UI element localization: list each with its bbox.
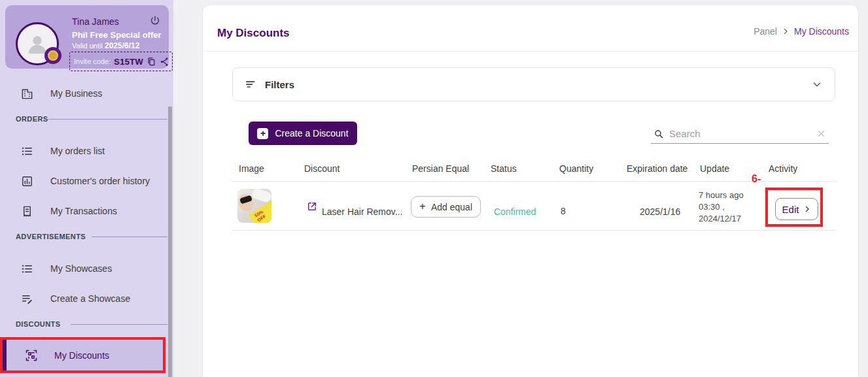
plus-icon: + <box>419 201 426 212</box>
sidebar-item-customers-order-history[interactable]: Customer's order history <box>0 171 167 191</box>
chevron-right-icon <box>803 205 811 213</box>
status-badge: Confirmed <box>494 206 536 217</box>
update-time: 03:30 , <box>699 201 744 213</box>
open-discount-icon[interactable] <box>306 201 318 212</box>
share-icon[interactable] <box>160 57 169 67</box>
filter-icon <box>245 78 257 91</box>
sidebar-item-my-discounts[interactable]: My Discounts <box>3 340 163 370</box>
quantity-value: 8 <box>561 206 566 216</box>
sidebar-item-my-showcases[interactable]: My Showcases <box>0 259 167 278</box>
transactions-icon <box>21 205 33 218</box>
chevron-right-icon <box>782 27 790 35</box>
discounts-icon <box>25 349 38 362</box>
discount-image[interactable]: 50% OFF <box>237 189 271 223</box>
add-equal-label: Add equal <box>431 202 472 212</box>
col-header-quantity: Quantity <box>559 157 593 181</box>
col-header-activity: Activity <box>769 157 797 181</box>
create-discount-button[interactable]: + Create a Discount <box>249 122 357 145</box>
sidebar-item-label: My orders list <box>50 146 105 156</box>
profile-valid-until: Valid until 2025/6/12 <box>72 41 139 50</box>
sidebar-item-create-a-showcase[interactable]: Create a Showcase <box>0 289 167 308</box>
breadcrumb: Panel My Discounts <box>754 26 849 37</box>
section-advertisements: ADVERTISEMENTS <box>16 233 86 240</box>
section-divider <box>92 237 167 237</box>
expiration-date-value: 2025/1/16 <box>640 206 680 217</box>
col-header-status: Status <box>491 157 517 181</box>
sidebar-item-label: My Transactions <box>50 206 117 216</box>
edit-label: Edit <box>782 204 799 215</box>
sidebar-item-label: My Business <box>50 88 102 99</box>
order-history-icon <box>21 175 33 188</box>
discount-title[interactable]: Laser Hair Remov... <box>322 206 402 217</box>
sidebar-scrollbar[interactable] <box>168 107 172 377</box>
update-date: 2024/12/17 <box>699 213 744 225</box>
annotation-step-label: 6- <box>752 173 761 185</box>
create-showcase-icon <box>21 293 33 305</box>
col-header-image: Image <box>239 157 264 181</box>
sidebar-item-label: Create a Showcase <box>50 293 130 304</box>
sidebar: Tina James Phil Free Special offer Valid… <box>0 0 173 377</box>
edit-button[interactable]: Edit <box>775 198 818 220</box>
search-field <box>651 124 829 144</box>
orders-list-icon <box>21 145 33 157</box>
invite-code-label: Invite code: <box>74 57 111 65</box>
main-panel: My Discounts Panel My Discounts Filters … <box>203 5 858 377</box>
logout-power-icon[interactable] <box>149 15 161 27</box>
invite-code-value: S15TW <box>114 57 143 67</box>
col-header-expiration: Expiration date <box>627 157 687 181</box>
invite-code-box: Invite code: S15TW <box>69 52 173 71</box>
section-divider <box>71 324 167 325</box>
section-discounts: DISCOUNTS <box>16 320 60 328</box>
showcases-icon <box>21 263 33 275</box>
valid-until-label: Valid until <box>72 42 103 50</box>
add-equal-button[interactable]: + Add equal <box>411 196 481 218</box>
business-icon <box>21 88 33 100</box>
sidebar-item-my-business[interactable]: My Business <box>0 84 167 103</box>
col-header-update: Update <box>700 157 729 181</box>
search-input[interactable] <box>669 128 811 139</box>
sidebar-item-label: My Showcases <box>50 263 112 274</box>
clear-search-icon[interactable] <box>816 129 826 139</box>
update-relative-time: 7 hours ago <box>699 189 744 201</box>
sidebar-item-my-orders-list[interactable]: My orders list <box>0 141 167 161</box>
valid-until-date: 2025/6/12 <box>105 41 139 50</box>
col-header-discount: Discount <box>304 157 339 181</box>
breadcrumb-panel[interactable]: Panel <box>754 26 777 37</box>
profile-plan: Phil Free Special offer <box>72 30 162 40</box>
chevron-down-icon <box>811 78 823 90</box>
membership-badge-icon <box>44 47 61 64</box>
sidebar-item-label: Customer's order history <box>50 176 150 186</box>
sidebar-item-label: My Discounts <box>54 350 109 361</box>
update-value: 7 hours ago 03:30 , 2024/12/17 <box>699 189 744 225</box>
copy-icon[interactable] <box>147 57 156 67</box>
col-header-persian-equal: Persian Equal <box>412 157 469 181</box>
section-orders: ORDERS <box>16 115 48 123</box>
table-row-divider <box>232 230 837 231</box>
page-title: My Discounts <box>217 27 290 40</box>
plus-icon: + <box>257 128 268 139</box>
annotation-box-my-discounts: My Discounts <box>0 337 165 373</box>
profile-card: Tina James Phil Free Special offer Valid… <box>5 5 169 69</box>
table-header-divider <box>232 181 837 182</box>
filters-label: Filters <box>265 79 294 90</box>
header-divider <box>203 51 858 52</box>
filters-accordion[interactable]: Filters <box>232 67 835 101</box>
section-divider <box>47 119 167 120</box>
breadcrumb-current: My Discounts <box>794 26 849 37</box>
annotation-box-edit: Edit <box>765 188 823 227</box>
profile-name: Tina James <box>72 16 119 27</box>
sidebar-item-my-transactions[interactable]: My Transactions <box>0 201 167 221</box>
create-discount-label: Create a Discount <box>275 128 348 139</box>
search-icon <box>653 129 664 139</box>
